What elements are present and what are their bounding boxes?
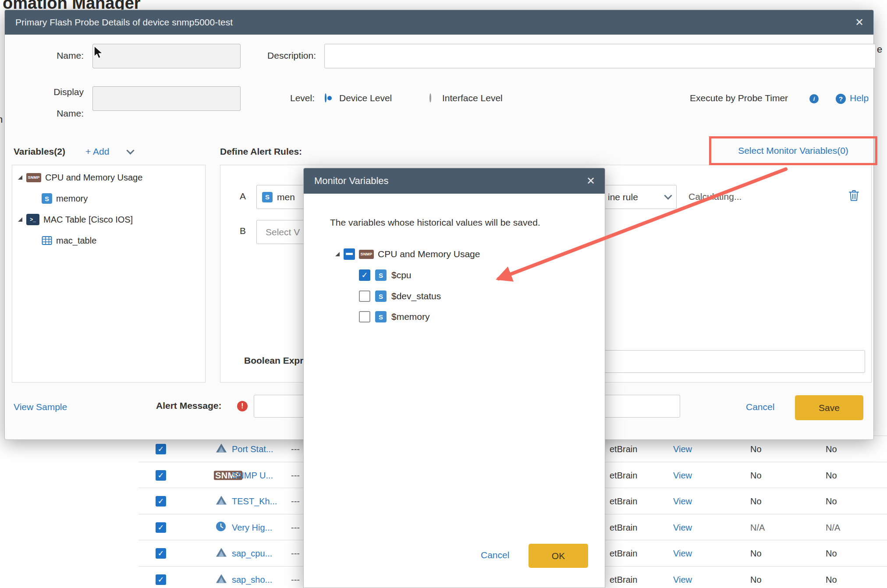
mouse-cursor — [93, 46, 105, 61]
rule-b-placeholder: Select V — [266, 227, 300, 237]
item-name-link[interactable]: Port Stat... — [232, 444, 273, 454]
item-name-link[interactable]: Very Hig... — [232, 522, 272, 532]
string-var-icon: S — [262, 192, 273, 202]
item-name-link[interactable]: sap_sho... — [232, 574, 272, 584]
flag-col-1: N/A — [750, 522, 765, 532]
view-link[interactable]: View — [673, 496, 692, 506]
expand-triangle-icon[interactable] — [18, 217, 22, 222]
interface-level-label[interactable]: Interface Level — [442, 93, 503, 103]
qapp-icon — [216, 495, 227, 507]
rule-b-letter: B — [240, 226, 246, 236]
root-checkbox-indeterminate[interactable] — [344, 248, 355, 260]
qapp-icon — [216, 573, 227, 586]
item-dash: --- — [291, 548, 300, 558]
view-link[interactable]: View — [673, 574, 692, 584]
flag-col-1: No — [750, 444, 762, 454]
vendor-text: etBrain — [610, 522, 637, 532]
flag-col-1: No — [750, 548, 762, 558]
info-icon[interactable]: i — [809, 94, 819, 103]
expand-triangle-icon[interactable] — [335, 252, 340, 256]
view-sample-link[interactable]: View Sample — [14, 402, 67, 412]
cancel-button[interactable]: Cancel — [746, 402, 774, 412]
modal-ok-button[interactable]: OK — [529, 544, 588, 568]
cpu-checkbox[interactable] — [359, 269, 370, 281]
vendor-text: etBrain — [610, 574, 637, 584]
help-link[interactable]: Help — [850, 93, 869, 103]
background-right-text-fragment: e — [877, 44, 882, 55]
vendor-text: etBrain — [610, 548, 637, 558]
name-label: Name: — [31, 50, 84, 61]
rule-a-value: men — [277, 192, 295, 202]
item-name-link[interactable]: sap_cpu... — [232, 548, 272, 558]
item-name-link[interactable]: TEST_Kh... — [232, 496, 277, 506]
row-checkbox[interactable] — [156, 574, 166, 585]
modal-description: The variables whose historical values wi… — [330, 217, 540, 228]
item-dash: --- — [291, 470, 300, 480]
string-var-icon: S — [42, 193, 52, 204]
description-input[interactable] — [324, 44, 876, 68]
add-variable-button[interactable]: + Add — [85, 146, 109, 157]
tree-node-mac-table-var[interactable]: mac_table — [12, 234, 205, 248]
add-chevron-down-icon[interactable] — [126, 146, 134, 154]
memory-checkbox[interactable] — [359, 311, 370, 322]
name-input[interactable] — [92, 44, 241, 68]
item-name-link[interactable]: SNMP U... — [232, 470, 273, 480]
modal-close-icon[interactable]: ✕ — [586, 176, 595, 186]
view-link[interactable]: View — [673, 444, 692, 454]
string-var-icon: S — [375, 269, 387, 281]
device-level-radio[interactable] — [325, 93, 326, 103]
close-icon[interactable]: ✕ — [855, 17, 864, 28]
row-checkbox[interactable] — [156, 470, 166, 481]
modal-variable-row[interactable]: S $dev_status — [304, 289, 605, 303]
screen: omation Manager h e Port Stat... --- etB… — [0, 0, 887, 588]
flag-col-2: No — [826, 548, 837, 558]
monitor-variables-modal: Monitor Variables ✕ The variables whose … — [303, 168, 605, 588]
dev-status-checkbox[interactable] — [359, 290, 370, 302]
item-dash: --- — [291, 522, 300, 532]
item-dash: --- — [291, 444, 300, 454]
dialog-title: Primary Flash Probe Details of device sn… — [15, 17, 233, 28]
string-var-icon: S — [375, 290, 387, 302]
modal-header: Monitor Variables ✕ — [304, 168, 605, 194]
alert-message-label: Alert Message: — [156, 400, 221, 411]
snmp-icon: SNMP — [26, 173, 41, 182]
boolean-expression-label: Boolean Expr — [244, 355, 303, 366]
display-name-label: Display Name: — [31, 81, 84, 124]
row-checkbox[interactable] — [156, 548, 166, 559]
qapp-icon — [216, 547, 227, 560]
row-checkbox[interactable] — [156, 496, 166, 507]
execute-by-probe-timer-label[interactable]: Execute by Probe Timer — [690, 93, 788, 103]
modal-variable-row[interactable]: S $cpu — [304, 268, 605, 282]
view-link[interactable]: View — [673, 548, 692, 558]
interface-level-radio[interactable] — [429, 93, 431, 103]
modal-cancel-button[interactable]: Cancel — [481, 550, 509, 560]
tree-node-cpu-memory[interactable]: SNMP CPU and Memory Usage — [12, 170, 205, 184]
row-checkbox[interactable] — [156, 444, 166, 454]
display-name-input[interactable] — [92, 86, 241, 111]
flag-col-2: N/A — [826, 522, 840, 532]
vendor-text: etBrain — [610, 470, 637, 480]
string-var-icon: S — [375, 311, 387, 322]
save-button[interactable]: Save — [795, 395, 863, 420]
flag-col-2: No — [826, 444, 837, 454]
flag-col-2: No — [826, 496, 837, 506]
vendor-text: etBrain — [610, 496, 637, 506]
rule-definition-value: ine rule — [608, 192, 638, 202]
view-link[interactable]: View — [673, 470, 692, 480]
variables-header: Variables(2) — [14, 146, 65, 157]
flag-col-1: No — [750, 574, 762, 584]
tree-node-mac-table[interactable]: >_ MAC Table [Cisco IOS] — [12, 213, 205, 227]
level-label: Level: — [266, 93, 315, 103]
vendor-text: etBrain — [610, 444, 637, 454]
device-level-label[interactable]: Device Level — [339, 93, 392, 103]
delete-rule-trash-icon[interactable] — [848, 189, 860, 204]
expand-triangle-icon[interactable] — [18, 175, 22, 180]
modal-variable-row[interactable]: S $memory — [304, 310, 605, 324]
help-icon[interactable]: ? — [836, 94, 846, 104]
view-link[interactable]: View — [673, 522, 692, 532]
modal-tree-root[interactable]: SNMP CPU and Memory Usage — [304, 247, 605, 261]
annotation-highlight-box: Select Monitor Variables(0) — [709, 136, 877, 165]
tree-node-memory[interactable]: S memory — [12, 191, 205, 205]
select-monitor-variables-link[interactable]: Select Monitor Variables(0) — [738, 145, 848, 156]
row-checkbox[interactable] — [156, 522, 166, 533]
